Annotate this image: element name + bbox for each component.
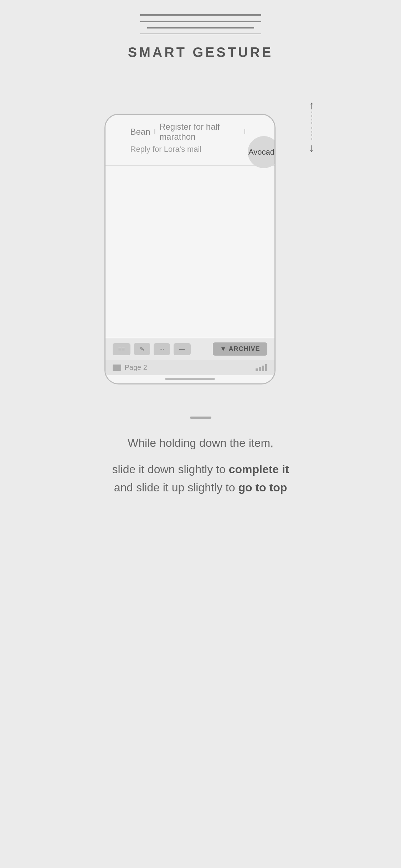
description-area: While holding down the item, slide it do… xyxy=(69,436,331,497)
lines-graphic xyxy=(140,14,261,34)
gesture-arrows: ↑ ↓ xyxy=(309,99,315,154)
page-container: SMART GESTURE ↑ ↓ Bean I Register for ha… xyxy=(0,0,401,868)
separator-2: I xyxy=(244,128,246,136)
line-1 xyxy=(140,14,261,16)
toolbar-btn-dash[interactable]: — xyxy=(174,343,191,355)
desc-line2-prefix: slide it down slightly to xyxy=(112,463,228,476)
page-icon xyxy=(113,365,121,371)
more-icon: ··· xyxy=(159,346,164,352)
home-bar xyxy=(165,378,215,380)
signal-bars xyxy=(256,364,267,371)
avocado-text: Avocado xyxy=(248,148,276,157)
sub-task-row: Reply for Lora's mail xyxy=(118,145,262,160)
desc-line-1: While holding down the item, xyxy=(112,436,289,450)
line-4 xyxy=(140,33,261,34)
desc-line3-prefix: and slide it up slightly to xyxy=(114,481,238,494)
dash-bottom xyxy=(312,127,312,141)
dash-icon: — xyxy=(179,346,185,352)
grid-icon: ≡≡ xyxy=(118,346,125,352)
section-title: SMART GESTURE xyxy=(128,45,273,60)
sub-task-text: Reply for Lora's mail xyxy=(130,145,202,154)
toolbar-btn-grid[interactable]: ≡≡ xyxy=(113,343,131,355)
page-label: Page 2 xyxy=(125,363,147,372)
signal-bar-1 xyxy=(256,368,258,371)
line-3 xyxy=(147,27,254,29)
arrow-up-icon: ↑ xyxy=(309,99,315,111)
task-row-container: Bean I Register for half marathon I Avoc… xyxy=(106,115,274,166)
phone-middle-area xyxy=(106,166,274,338)
task-register-text: Register for half marathon xyxy=(159,122,240,142)
dash-top xyxy=(312,112,312,126)
phone-mockup: Bean I Register for half marathon I Avoc… xyxy=(104,114,276,384)
arrow-down-icon: ↓ xyxy=(309,142,315,154)
main-content: ↑ ↓ Bean I Register for half marathon I xyxy=(76,82,325,402)
desc-line3-bold: go to top xyxy=(238,481,287,494)
task-bean-text: Bean xyxy=(130,127,150,137)
line-2 xyxy=(140,21,261,22)
signal-bar-3 xyxy=(262,366,264,371)
separator-1: I xyxy=(154,128,156,136)
dash-indicator xyxy=(190,417,211,419)
archive-button[interactable]: ▼ ARCHIVE xyxy=(213,342,267,356)
toolbar-btn-more[interactable]: ··· xyxy=(154,343,170,355)
phone-footer: Page 2 xyxy=(106,360,274,375)
avocado-bubble[interactable]: Avocado xyxy=(248,136,276,168)
task-row-main: Bean I Register for half marathon I xyxy=(118,115,262,145)
edit-icon: ✎ xyxy=(140,346,144,352)
signal-bar-2 xyxy=(259,367,261,371)
phone-screen: Bean I Register for half marathon I Avoc… xyxy=(106,115,274,383)
toolbar-btn-edit[interactable]: ✎ xyxy=(134,343,150,355)
desc-line2-bold: complete it xyxy=(229,463,289,476)
archive-label: ▼ ARCHIVE xyxy=(220,345,260,353)
signal-bar-4 xyxy=(265,364,267,371)
phone-toolbar: ≡≡ ✎ ··· — ▼ ARCHIVE xyxy=(106,338,274,360)
desc-lines-2-3: slide it down slightly to complete it an… xyxy=(112,460,289,497)
